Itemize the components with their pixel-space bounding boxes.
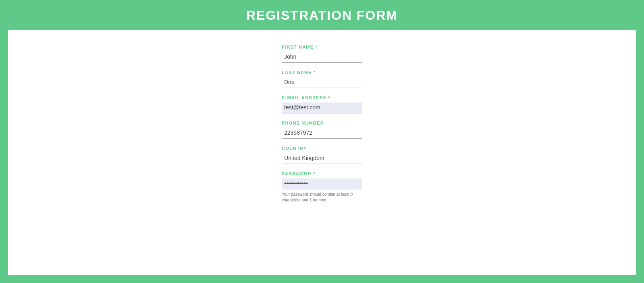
- page-title: REGISTRATION FORM: [0, 8, 644, 23]
- last-name-label: LAST NAME *: [282, 70, 362, 75]
- email-input[interactable]: [282, 103, 362, 113]
- phone-group: PHONE NUMBER: [282, 121, 362, 139]
- phone-input[interactable]: [282, 128, 362, 139]
- password-group: PASSWORD * Your password should contain …: [282, 171, 362, 203]
- country-label: COUNTRY: [282, 146, 362, 151]
- first-name-group: FIRST NAME *: [282, 45, 362, 63]
- last-name-input[interactable]: [282, 77, 362, 88]
- email-label: E-MAIL ADDRESS *: [282, 95, 362, 100]
- registration-form: FIRST NAME * LAST NAME * E-MAIL ADDRESS …: [282, 45, 362, 255]
- country-input[interactable]: [282, 153, 362, 164]
- country-group: COUNTRY: [282, 146, 362, 164]
- phone-label: PHONE NUMBER: [282, 121, 362, 125]
- password-hint: Your password should contain at least 8 …: [282, 192, 362, 203]
- email-group: E-MAIL ADDRESS *: [282, 95, 362, 113]
- page-header: REGISTRATION FORM: [0, 0, 644, 30]
- first-name-label: FIRST NAME *: [282, 45, 362, 49]
- form-container: FIRST NAME * LAST NAME * E-MAIL ADDRESS …: [8, 30, 636, 275]
- last-name-group: LAST NAME *: [282, 70, 362, 88]
- first-name-input[interactable]: [282, 52, 362, 63]
- password-label: PASSWORD *: [282, 171, 362, 176]
- password-input[interactable]: [282, 178, 362, 189]
